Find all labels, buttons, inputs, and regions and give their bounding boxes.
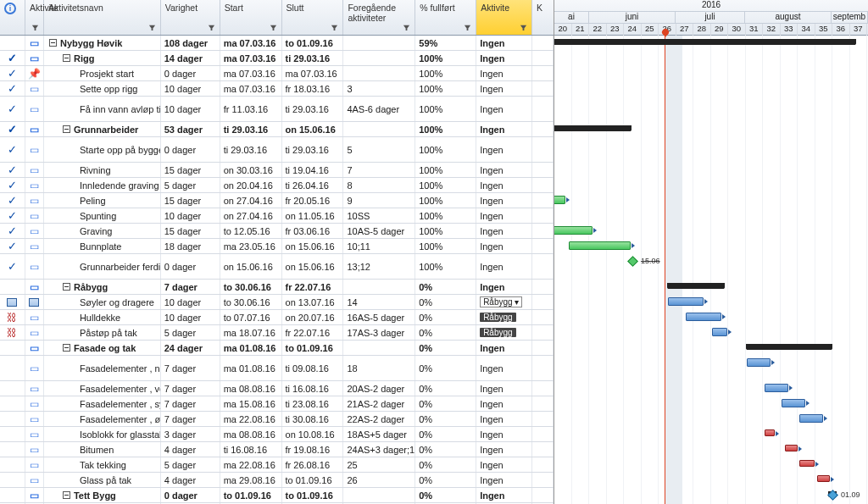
cell-name[interactable]: Hulldekke [44,310,161,324]
cell-complete[interactable]: 0% [415,488,476,502]
task-row[interactable]: ▭Nybygg Høvik108 dagerma 07.03.16to 01.0… [0,36,554,51]
cell-start[interactable]: on 15.06.16 [220,254,282,279]
cell-duration[interactable]: 7 dager [161,356,220,380]
cell-pred[interactable] [343,36,415,50]
cell-pred[interactable]: 20AS-2 dager [343,381,415,396]
cell-pred[interactable] [343,488,415,502]
cell-duration[interactable]: 5 dager [161,178,220,192]
cell-name[interactable]: Prosjekt start [44,66,161,80]
cell-end[interactable]: on 15.06.16 [282,239,344,253]
task-row[interactable]: ✓▭Bunnplate18 dagerma 23.05.16on 15.06.1… [0,239,554,254]
cell-end[interactable]: fr 20.05.16 [282,193,344,208]
cell-duration[interactable]: 10 dager [161,97,220,121]
cell-complete[interactable]: 100% [415,163,476,177]
cell-duration[interactable]: 0 dager [161,137,220,162]
cell-mode[interactable]: Ingen [476,427,532,441]
cell-end[interactable]: fr 22.07.16 [282,325,344,340]
filter-icon[interactable] [208,24,215,31]
cell-duration[interactable]: 7 dager [161,280,220,294]
cell-mode[interactable]: Ingen [476,193,532,208]
cell-pred[interactable]: 22AS-2 dager [343,412,415,426]
cell-pred[interactable]: 17AS-3 dager [343,325,415,340]
cell-pred[interactable]: 26 [343,473,415,487]
cell-duration[interactable]: 4 dager [161,442,220,457]
cell-pred[interactable]: 10AS-5 dager [343,224,415,238]
cell-mode[interactable]: Ingen [476,137,532,162]
toggle-icon[interactable] [63,491,70,499]
cell-duration[interactable]: 10 dager [161,81,220,96]
cell-pred[interactable] [343,51,415,65]
cell-name[interactable]: Graving [44,224,161,238]
cell-start[interactable]: ma 07.03.16 [220,36,282,50]
cell-name[interactable]: Rigg [44,51,161,65]
cell-name[interactable]: Søyler og dragere [44,295,161,309]
gantt-bar[interactable] [554,196,565,204]
cell-complete[interactable]: 59% [415,36,476,50]
cell-duration[interactable]: 10 dager [161,208,220,223]
cell-pred[interactable]: 25 [343,457,415,472]
filter-icon[interactable] [270,24,277,31]
cell-start[interactable]: ma 29.08.16 [220,473,282,487]
cell-complete[interactable]: 100% [415,178,476,192]
cell-pred[interactable]: 7 [343,163,415,177]
cell-end[interactable]: fr 22.07.16 [282,280,344,294]
mode-dropdown[interactable]: Råbygg ▾ [480,296,522,307]
cell-start[interactable]: ma 18.07.16 [220,325,282,340]
task-row[interactable]: ✓📌Prosjekt start0 dagerma 07.03.16ma 07.… [0,66,554,81]
cell-name[interactable]: Grunnarbeider ferdige [44,254,161,279]
cell-end[interactable]: ti 16.08.16 [282,381,344,396]
task-row[interactable]: ▭Tett Bygg0 dagerto 01.09.16to 01.09.160… [0,488,554,503]
cell-start[interactable]: to 07.07.16 [220,310,282,324]
cell-duration[interactable]: 7 dager [161,381,220,396]
cell-start[interactable]: on 30.03.16 [220,163,282,177]
cell-name[interactable]: Peling [44,193,161,208]
cell-mode[interactable]: Råbygg ▾ [476,295,532,309]
cell-complete[interactable]: 100% [415,97,476,121]
cell-duration[interactable]: 5 dager [161,325,220,340]
cell-complete[interactable]: 0% [415,427,476,441]
filter-icon[interactable] [31,24,39,31]
gantt-bar[interactable] [712,328,727,336]
cell-start[interactable]: to 30.06.16 [220,295,282,309]
cell-name[interactable]: Starte opp på bygge plass [44,137,161,162]
cell-end[interactable]: ti 29.03.16 [282,51,344,65]
cell-end[interactable]: to 01.09.16 [282,488,344,502]
cell-start[interactable]: ma 23.05.16 [220,239,282,253]
toggle-icon[interactable] [63,54,70,62]
gantt-bar[interactable] [782,399,805,407]
cell-complete[interactable]: 0% [415,442,476,457]
gantt-bar[interactable] [765,429,775,436]
col-end[interactable]: Slutt [282,0,344,35]
cell-end[interactable]: ti 29.03.16 [282,97,344,121]
cell-mode[interactable]: Ingen [476,66,532,80]
cell-start[interactable]: to 30.06.16 [220,280,282,294]
task-row[interactable]: ▭Glass på tak4 dagerma 29.08.16to 01.09.… [0,473,554,488]
col-predecessors[interactable]: Foregående aktiviteter [343,0,415,35]
cell-name[interactable]: Glass på tak [44,473,161,487]
cell-pred[interactable] [343,280,415,294]
task-row[interactable]: ✓▭Få inn vann avløp til rigg10 dagerfr 1… [0,97,554,122]
cell-name[interactable]: Sette opp rigg [44,81,161,96]
task-row[interactable]: ⛓▭Hulldekke10 dagerto 07.07.16on 20.07.1… [0,310,554,325]
cell-mode[interactable]: Ingen [476,163,532,177]
task-row[interactable]: ✓▭Grunnarbeider ferdige0 dageron 15.06.1… [0,254,554,280]
task-row[interactable]: ✓▭Spunting10 dageron 27.04.16on 11.05.16… [0,208,554,224]
cell-start[interactable]: ti 29.03.16 [220,137,282,162]
cell-complete[interactable]: 0% [415,280,476,294]
cell-complete[interactable]: 100% [415,254,476,279]
cell-mode[interactable]: Ingen [476,254,532,279]
col-info[interactable]: i [0,0,25,35]
cell-name[interactable]: Fasadelementer , øst [44,412,161,426]
cell-duration[interactable]: 24 dager [161,341,220,355]
cell-end[interactable]: ti 23.08.16 [282,396,344,411]
cell-duration[interactable]: 15 dager [161,224,220,238]
cell-complete[interactable]: 100% [415,239,476,253]
cell-complete[interactable]: 0% [415,381,476,396]
cell-complete[interactable]: 100% [415,122,476,136]
gantt-bar[interactable] [765,384,788,392]
cell-end[interactable]: ti 19.04.16 [282,163,344,177]
cell-end[interactable]: on 20.07.16 [282,310,344,324]
cell-name[interactable]: Spunting [44,208,161,223]
col-duration[interactable]: Varighet [161,0,220,35]
col-name[interactable]: Aktivitetsnavn [44,0,161,35]
